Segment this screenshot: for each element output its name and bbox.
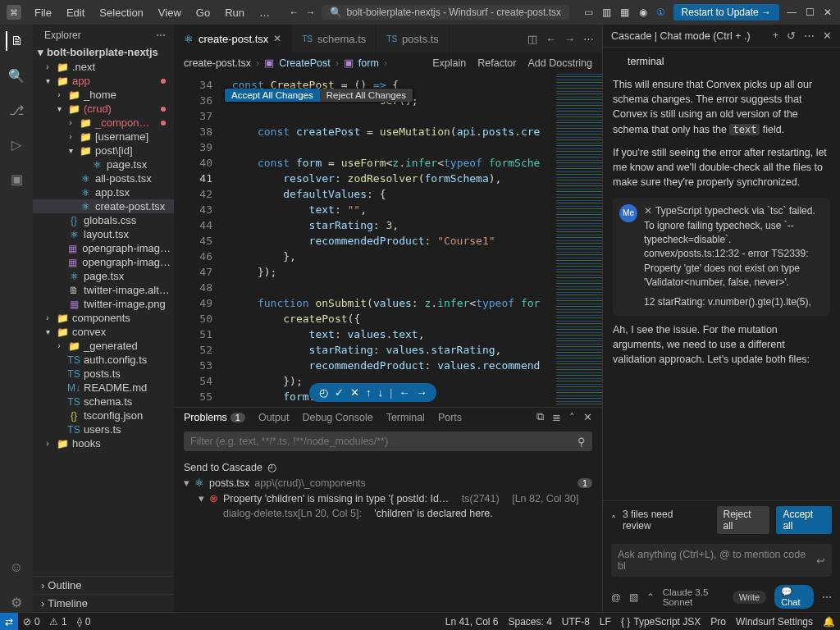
- command-center[interactable]: 🔍 bolt-boilerplate-nextjs - Windsurf - c…: [322, 5, 569, 20]
- status-cursor[interactable]: Ln 41, Col 6: [441, 616, 504, 628]
- file-allposts[interactable]: ⚛all-posts.tsx: [33, 171, 174, 185]
- status-eol[interactable]: LF: [595, 616, 616, 628]
- status-bell-icon[interactable]: 🔔: [818, 616, 840, 628]
- folder-username[interactable]: ›📁[username]: [33, 130, 174, 144]
- context-icon[interactable]: ⌃: [646, 591, 655, 603]
- nav-fwd-icon[interactable]: →: [305, 7, 317, 18]
- copilot-icon[interactable]: ◉: [637, 7, 649, 18]
- model-label[interactable]: Claude 3.5 Sonnet: [663, 587, 724, 607]
- menu-edit[interactable]: Edit: [62, 5, 89, 21]
- explorer-icon[interactable]: 🗎: [6, 31, 25, 51]
- reject-all-button[interactable]: Reject All Changes: [320, 89, 413, 102]
- chat-send-icon[interactable]: ↩: [816, 555, 825, 567]
- dismiss-icon[interactable]: ✕: [644, 205, 652, 217]
- code-editor[interactable]: 3436373839404142434445464748495051525354…: [174, 74, 602, 407]
- send-to-cascade[interactable]: Send to Cascade ◴: [184, 459, 592, 475]
- panel-collapse-icon[interactable]: ˄: [569, 411, 575, 423]
- close-icon[interactable]: ✕: [273, 33, 281, 44]
- outline-section[interactable]: ›Outline: [33, 576, 174, 594]
- panel-icon[interactable]: ▥: [601, 7, 613, 18]
- explorer-more-icon[interactable]: ⋯: [156, 30, 166, 41]
- minimap[interactable]: [556, 74, 602, 407]
- timeline-section[interactable]: ›Timeline: [33, 594, 174, 612]
- status-spaces[interactable]: Spaces: 4: [503, 616, 556, 628]
- file-app[interactable]: ⚛app.tsx: [33, 185, 174, 199]
- window-close-icon[interactable]: ✕: [822, 7, 833, 18]
- attach-icon[interactable]: @: [611, 592, 621, 602]
- diff-refresh-icon[interactable]: ◴: [319, 386, 328, 399]
- folder-components2[interactable]: ›📁components: [33, 311, 174, 325]
- problem-item[interactable]: ▾⊗ Property 'children' is missing in typ…: [184, 491, 592, 506]
- menu-run[interactable]: Run: [220, 5, 249, 21]
- tab-create-post[interactable]: ⚛create-post.tsx✕: [174, 25, 292, 52]
- accept-all-review-button[interactable]: Accept all: [776, 506, 832, 534]
- file-og1[interactable]: ▦opengraph-imag…: [33, 241, 174, 255]
- tab-posts[interactable]: TSposts.ts: [377, 25, 450, 52]
- menu-more[interactable]: …: [254, 5, 275, 21]
- write-mode-button[interactable]: Write: [733, 591, 766, 604]
- filter-icon[interactable]: ⚲: [571, 436, 592, 448]
- menu-selection[interactable]: Selection: [94, 5, 148, 21]
- panel-tab-problems[interactable]: Problems1: [184, 412, 245, 423]
- file-users[interactable]: TSusers.ts: [33, 422, 174, 436]
- explain-action[interactable]: Explain: [432, 57, 466, 69]
- tab-schema[interactable]: TSschema.ts: [292, 25, 377, 52]
- folder-postid[interactable]: ▾📁post\[id]: [33, 144, 174, 158]
- problem-file-row[interactable]: ▾⚛ posts.tsx app\(crud)\_components 1: [184, 475, 592, 491]
- folder-crud[interactable]: ▾📁(crud): [33, 102, 174, 116]
- chat-history-icon[interactable]: ↺: [787, 30, 796, 42]
- menu-view[interactable]: View: [153, 5, 186, 21]
- diff-prev-icon[interactable]: ←: [399, 386, 409, 399]
- diff-up-icon[interactable]: ↑: [366, 386, 372, 399]
- window-min-icon[interactable]: —: [786, 7, 797, 18]
- restart-update-button[interactable]: Restart to Update →: [673, 4, 779, 21]
- problems-filter-input[interactable]: [184, 431, 571, 451]
- chat-settings-icon[interactable]: ⋯: [822, 591, 832, 603]
- file-create-post[interactable]: ⚛create-post.tsx: [33, 199, 174, 213]
- refactor-action[interactable]: Refactor: [477, 57, 516, 69]
- code-content[interactable]: const CreatePost = () => { ser(); const …: [219, 74, 602, 407]
- file-layout[interactable]: ⚛layout.tsx: [33, 227, 174, 241]
- file-readme[interactable]: M↓README.md: [33, 381, 174, 395]
- file-page[interactable]: ⚛page.tsx: [33, 158, 174, 171]
- diff-reject-icon[interactable]: ✕: [350, 386, 359, 399]
- status-encoding[interactable]: UTF-8: [557, 616, 595, 628]
- file-schema[interactable]: TSschema.ts: [33, 395, 174, 409]
- status-pro[interactable]: Pro: [705, 616, 731, 628]
- file-tw1[interactable]: 🗎twitter-image.alt…: [33, 283, 174, 297]
- chat-more-icon[interactable]: ⋯: [804, 30, 815, 42]
- bell-icon[interactable]: ①: [655, 7, 667, 18]
- folder-generated[interactable]: ›📁_generated: [33, 339, 174, 353]
- file-tsconfig[interactable]: {}tsconfig.json: [33, 409, 174, 422]
- extensions-icon[interactable]: ▣: [7, 169, 26, 189]
- chat-new-icon[interactable]: +: [773, 30, 778, 42]
- status-lang[interactable]: { } TypeScript JSX: [616, 616, 705, 628]
- file-globals[interactable]: {}globals.css: [33, 213, 174, 227]
- chat-close-icon[interactable]: ✕: [823, 30, 832, 42]
- remote-indicator[interactable]: ⇄: [0, 613, 18, 630]
- file-authcfg[interactable]: TSauth.config.ts: [33, 353, 174, 367]
- status-errors[interactable]: ⊘0 ⚠1: [18, 616, 72, 628]
- settings-icon[interactable]: ⚙: [7, 592, 26, 612]
- prev-icon[interactable]: ←: [546, 33, 556, 45]
- debug-icon[interactable]: ▷: [7, 135, 26, 154]
- chat-messages[interactable]: terminal This will ensure that Convex pi…: [603, 48, 840, 500]
- window-max-icon[interactable]: ☐: [804, 7, 815, 18]
- diff-next-icon[interactable]: →: [416, 386, 427, 399]
- file-page2[interactable]: ⚛page.tsx: [33, 269, 174, 283]
- next-icon[interactable]: →: [564, 33, 575, 45]
- reject-all-review-button[interactable]: Reject all: [717, 506, 770, 534]
- split-icon[interactable]: ◫: [527, 33, 537, 45]
- file-tw2[interactable]: ▦twitter-image.png: [33, 297, 174, 311]
- folder-app[interactable]: ▾📁app: [33, 74, 174, 88]
- image-icon[interactable]: ▧: [629, 591, 638, 603]
- status-radio[interactable]: ⟠0: [72, 616, 96, 628]
- breadcrumb[interactable]: create-post.tsx› ▣CreatePost› ▣form› Exp…: [174, 52, 602, 74]
- menu-file[interactable]: File: [30, 5, 57, 21]
- diff-down-icon[interactable]: ↓: [378, 386, 384, 399]
- search-activity-icon[interactable]: 🔍: [7, 66, 26, 85]
- panel-filter-icon[interactable]: ≣: [552, 411, 561, 423]
- panel-copy-icon[interactable]: ⧉: [536, 411, 544, 423]
- docstring-action[interactable]: Add Docstring: [527, 57, 592, 69]
- account-icon[interactable]: ☺: [7, 558, 26, 578]
